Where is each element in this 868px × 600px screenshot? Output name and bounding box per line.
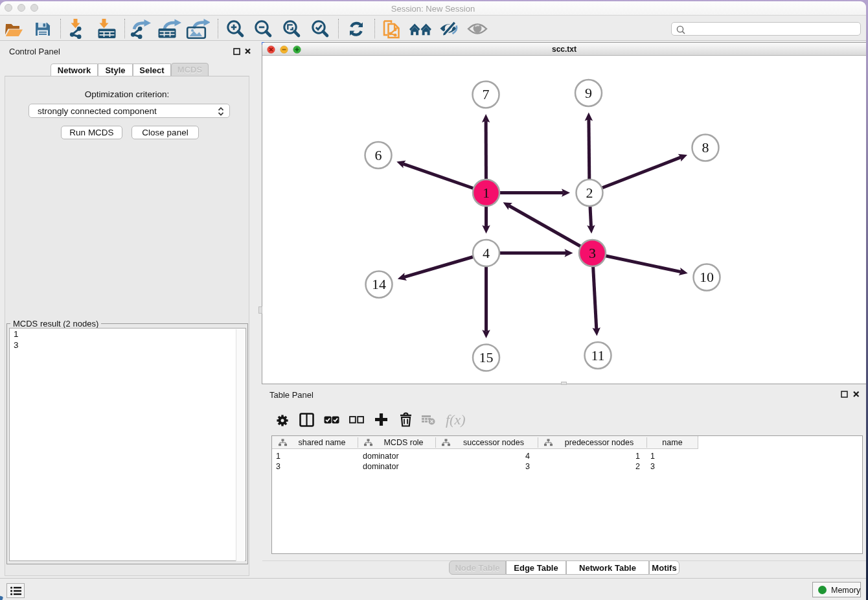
svg-text:3: 3	[589, 245, 596, 261]
svg-text:8: 8	[702, 139, 709, 156]
svg-text:1: 1	[483, 185, 490, 201]
svg-text:2: 2	[586, 185, 593, 201]
svg-text:15: 15	[479, 349, 494, 365]
svg-text:4: 4	[483, 245, 490, 261]
svg-text:7: 7	[483, 86, 490, 102]
svg-text:14: 14	[372, 276, 386, 292]
svg-text:9: 9	[585, 85, 592, 101]
svg-text:6: 6	[375, 147, 382, 163]
svg-text:10: 10	[700, 269, 714, 285]
svg-text:11: 11	[591, 347, 604, 363]
